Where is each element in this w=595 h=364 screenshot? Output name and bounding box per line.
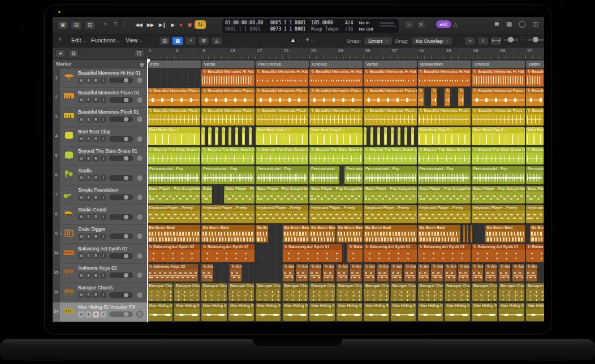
region[interactable]: ↻ Beautiful Memories Piano 02.3 (431, 88, 437, 106)
region[interactable]: ↻ Beautiful Memories Hi-Hat 02.1 (309, 69, 363, 87)
region[interactable]: Ba-Boom Beat (364, 225, 417, 243)
region[interactable]: Max Hiding 01 V (499, 303, 524, 321)
record-enable-button[interactable]: R (93, 155, 99, 162)
mute-button[interactable]: M (78, 155, 84, 162)
region[interactable]: Baroque Chords (201, 283, 227, 301)
pan-knob[interactable] (136, 175, 143, 181)
pan-knob[interactable] (136, 292, 143, 298)
mute-button[interactable]: M (78, 116, 84, 123)
secondary-tool-button[interactable]: + (306, 37, 309, 43)
region[interactable]: ↻ Beautiful Memories Pluck 02.1 (309, 108, 363, 126)
region-view-button[interactable]: ▦ (172, 37, 183, 45)
region[interactable]: Percussionist - Pop (364, 166, 417, 184)
region[interactable]: ↻ Anthemic Keys 02 (485, 264, 497, 282)
mute-button[interactable]: M (78, 194, 84, 201)
section-marker-verse[interactable]: Verse (202, 60, 255, 68)
track-header-7[interactable]: 7Simple FoundationMSRI (53, 185, 147, 205)
drag-dropdown[interactable]: No Overlap↕ (411, 37, 453, 45)
region[interactable]: Keyboard Player - Freely (364, 205, 417, 223)
region[interactable]: ↻ Beautiful Memories Pluck 01.3 (526, 108, 544, 126)
volume-knob[interactable] (124, 312, 128, 317)
add-marker-icon[interactable]: ⊕ (140, 60, 144, 69)
mute-button[interactable]: M (78, 233, 84, 240)
input-monitor-button[interactable]: I (100, 214, 106, 220)
region[interactable]: ↻ Anthemic Keys 02 (391, 264, 402, 282)
region[interactable]: Max Hiding 01 V (445, 303, 470, 321)
region[interactable]: Beet Beat Clap.5 ⌂ (418, 127, 471, 145)
region[interactable]: ↻ Beautiful Memories Piano 02.3 (445, 88, 450, 106)
mute-button[interactable]: M (78, 175, 84, 181)
region[interactable]: ↻ Beautiful Memories Pluck 02 (256, 108, 309, 126)
quick-help-toggle-button[interactable]: ⊞ (84, 20, 96, 30)
volume-slider[interactable] (109, 214, 133, 220)
region[interactable]: Baroque Chords (309, 283, 335, 301)
track-header-3[interactable]: 3Beautiful Memories Pluck 01MSRI (53, 107, 147, 127)
volume-knob[interactable] (124, 137, 128, 141)
region[interactable]: Max Hiding 01 V (174, 303, 200, 321)
mute-button[interactable]: M (78, 77, 84, 84)
editors-icon[interactable]: ∕ (122, 20, 126, 27)
region[interactable]: ↻ Anthemic Keys 02 (499, 264, 510, 282)
record-enable-button[interactable]: R (93, 194, 99, 201)
track-header-config-button[interactable]: ⊡ (134, 49, 144, 58)
region[interactable]: Baroque Chords (148, 283, 173, 301)
record-enable-button[interactable]: R (93, 175, 99, 181)
region[interactable]: ↻ Balancing Act Synth 02 (148, 244, 201, 262)
pan-knob[interactable] (136, 136, 143, 142)
region[interactable]: ↻ Beautiful Memories Piano 01.3 (526, 88, 544, 106)
region[interactable]: Percussionist - Pop (201, 166, 255, 184)
solo-button[interactable]: S (85, 253, 92, 259)
volume-knob[interactable] (124, 254, 128, 258)
region[interactable]: ↻ Anthemic Keys 02 (431, 264, 442, 282)
region[interactable]: ↻ Beyond The Stars Snare 02 ∞ (256, 147, 309, 165)
region[interactable]: ↻ Anthemic Keys 02 (296, 264, 307, 282)
region[interactable]: ↻ Anthemic Keys 02 (377, 264, 389, 282)
input-monitor-button[interactable]: I (100, 136, 106, 142)
region[interactable]: ↻ Beautiful Memories Piano 02.1 (309, 88, 363, 106)
region[interactable]: Baroque Chords (445, 283, 470, 301)
volume-knob[interactable] (124, 215, 128, 219)
volume-knob[interactable] (124, 117, 128, 122)
region[interactable]: ↻ Beyond The Stars Snare 01 ∞ (148, 147, 201, 165)
cycle-button[interactable]: ↻ (195, 20, 206, 29)
pan-knob[interactable] (136, 253, 143, 259)
pan-knob[interactable] (136, 214, 143, 220)
section-marker-outro[interactable]: Outro (526, 60, 544, 68)
region[interactable]: ↻ Balancing Act Synth 01 (418, 244, 471, 262)
region[interactable]: Beet Beat Clap (201, 127, 205, 145)
region[interactable]: Percussionist - Pop (418, 166, 471, 184)
track-grid-view-button[interactable]: ▥ (159, 37, 170, 45)
input-monitor-button[interactable]: I (100, 116, 106, 123)
region[interactable]: Beet Beat Clap.7 ⌂ (526, 127, 544, 145)
region[interactable]: Percussionist - Pop (148, 166, 201, 184)
region[interactable]: ↻ Anthemic Keys 02 (350, 264, 361, 282)
region[interactable]: ↻ Beautiful Memories Piano 02.3 (418, 88, 424, 106)
region[interactable]: Ba-Boom Beat (148, 225, 201, 243)
region[interactable]: Beet Beat Clap (215, 127, 218, 145)
region[interactable]: Max Hiding 01 V (526, 303, 544, 321)
region[interactable]: Ba-Boom Beat (471, 225, 472, 243)
region[interactable]: Percussionist - Pop (472, 166, 525, 184)
region[interactable]: Beet Beat Clap (242, 127, 245, 145)
region[interactable]: ↻ Beyond The Stars Snare 02.3 (418, 147, 471, 165)
track-header-6[interactable]: 6StudioMSRI (53, 166, 147, 186)
region[interactable]: ↻ Beautiful Memories Hi-Hat 03.2 (472, 69, 525, 87)
record-enable-button[interactable]: R (93, 97, 99, 103)
region[interactable]: Baroque Chords (391, 283, 416, 301)
pan-knob[interactable] (136, 116, 143, 123)
region[interactable]: Max Hiding 01 V (228, 303, 254, 321)
volume-slider[interactable] (109, 253, 133, 259)
region[interactable]: Keyboard Player - Freely (526, 205, 544, 223)
go-to-end-button[interactable]: ▶❙ (157, 21, 168, 29)
volume-slider[interactable] (109, 97, 133, 103)
marker-global-track[interactable]: Marker ⊕ (53, 60, 147, 68)
track-header-34[interactable]: 34Balancing Act Synth 02MSRI (53, 244, 147, 264)
region[interactable]: ↻ Beautiful Memories Piano 02 (256, 88, 309, 106)
region[interactable]: ↻ Beautiful Memories Pluck 02.3 (418, 108, 471, 126)
mute-button[interactable]: M (78, 97, 84, 103)
region[interactable]: ↻ Beautiful Memories Pluck 01 (148, 108, 201, 126)
region[interactable]: Beet Beat Clap (235, 127, 239, 145)
disclosure-triangle-icon[interactable]: › (60, 231, 62, 236)
count-in-button[interactable]: × (404, 20, 414, 29)
region[interactable]: Baroque Chords (526, 283, 544, 301)
